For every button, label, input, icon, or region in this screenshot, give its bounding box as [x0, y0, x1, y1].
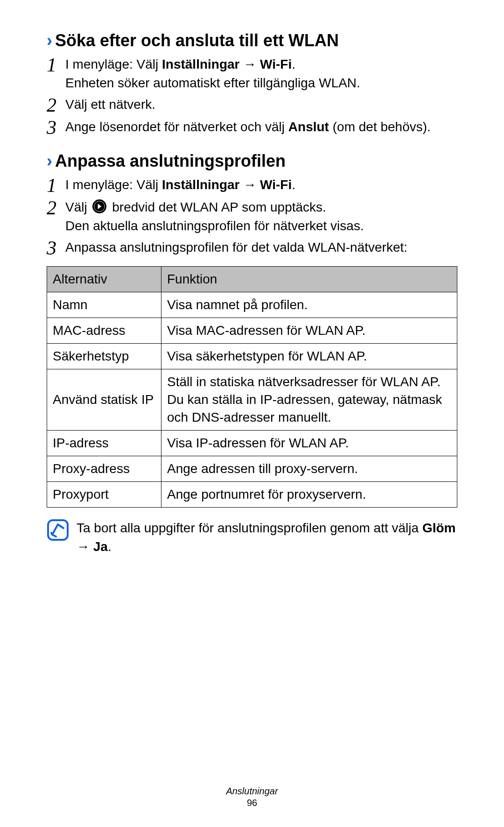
- section-heading-search-wlan: › Söka efter och ansluta till ett WLAN: [47, 31, 457, 50]
- heading-text: Anpassa anslutningsprofilen: [55, 151, 286, 171]
- step-body: Välj ett nätverk.: [65, 95, 457, 114]
- step-number: 3: [47, 238, 65, 258]
- chevron-right-icon: ›: [47, 151, 52, 171]
- note-icon: [47, 519, 69, 541]
- step-1-2: 2 Välj ett nätverk.: [47, 95, 457, 115]
- step-body: Anpassa anslutningsprofilen för det vald…: [65, 238, 457, 257]
- svg-rect-1: [48, 520, 68, 540]
- footer-category: Anslutningar: [0, 786, 504, 797]
- step-number: 1: [47, 55, 65, 75]
- table-row: Använd statisk IPStäll in statiska nätve…: [47, 369, 457, 431]
- chevron-right-icon: ›: [47, 31, 52, 50]
- page-footer: Anslutningar 96: [0, 786, 504, 808]
- step-1-1: 1 I menyläge: Välj Inställningar → Wi-Fi…: [47, 55, 457, 92]
- table-header-row: Alternativ Funktion: [47, 267, 457, 292]
- header-option: Alternativ: [47, 267, 161, 292]
- table-row: NamnVisa namnet på profilen.: [47, 292, 457, 318]
- arrow-circle-icon: [92, 199, 106, 213]
- note: Ta bort alla uppgifter för anslutningspr…: [47, 519, 457, 556]
- table-row: ProxyportAnge portnumret för proxyserver…: [47, 482, 457, 508]
- table-row: IP-adressVisa IP-adressen för WLAN AP.: [47, 431, 457, 456]
- step-2-3: 3 Anpassa anslutningsprofilen för det va…: [47, 238, 457, 258]
- step-number: 1: [47, 176, 65, 195]
- note-text: Ta bort alla uppgifter för anslutningspr…: [77, 519, 457, 556]
- step-number: 3: [47, 118, 65, 137]
- page-number: 96: [0, 798, 504, 808]
- header-function: Funktion: [161, 267, 457, 292]
- heading-text: Söka efter och ansluta till ett WLAN: [55, 31, 339, 50]
- options-table: Alternativ Funktion NamnVisa namnet på p…: [47, 266, 457, 508]
- step-1-3: 3 Ange lösenordet för nätverket och välj…: [47, 118, 457, 137]
- step-body: Ange lösenordet för nätverket och välj A…: [65, 118, 457, 136]
- manual-page: › Söka efter och ansluta till ett WLAN 1…: [0, 0, 504, 827]
- table-row: MAC-adressVisa MAC-adressen för WLAN AP.: [47, 318, 457, 344]
- step-2-1: 1 I menyläge: Välj Inställningar → Wi-Fi…: [47, 176, 457, 195]
- section-heading-customize-profile: › Anpassa anslutningsprofilen: [47, 151, 457, 171]
- step-body: I menyläge: Välj Inställningar → Wi-Fi.: [65, 176, 457, 194]
- step-body: I menyläge: Välj Inställningar → Wi-Fi. …: [65, 55, 457, 92]
- step-number: 2: [47, 95, 65, 115]
- step-number: 2: [47, 198, 65, 218]
- table-row: SäkerhetstypVisa säkerhetstypen för WLAN…: [47, 344, 457, 369]
- table-row: Proxy-adressAnge adressen till proxy-ser…: [47, 456, 457, 482]
- step-2-2: 2 Välj bredvid det WLAN AP som upptäcks.…: [47, 198, 457, 235]
- step-body: Välj bredvid det WLAN AP som upptäcks. D…: [65, 198, 457, 235]
